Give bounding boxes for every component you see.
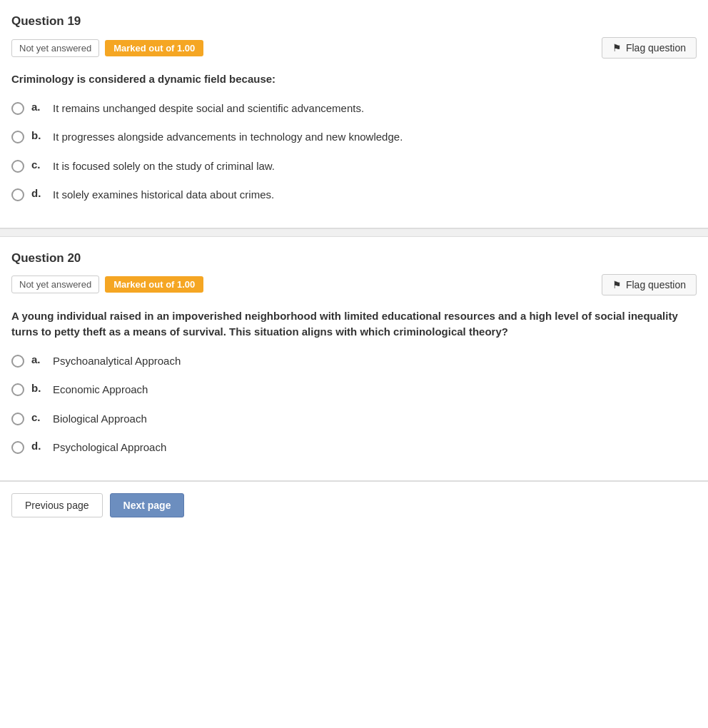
question-20-body: A young individual raised in an impoveri… xyxy=(11,308,697,456)
flag-icon-19: ⚑ xyxy=(612,42,622,54)
option-20-a-radio[interactable] xyxy=(11,355,24,368)
flag-icon-20: ⚑ xyxy=(612,279,622,290)
question-20-title: Question 20 xyxy=(11,251,697,266)
option-20-d-radio[interactable] xyxy=(11,441,24,454)
option-19-d-letter: d. xyxy=(31,187,46,199)
list-item[interactable]: b. It progresses alongside advancements … xyxy=(11,129,697,146)
list-item[interactable]: c. Biological Approach xyxy=(11,411,697,428)
list-item[interactable]: d. Psychological Approach xyxy=(11,440,697,456)
option-20-c-radio[interactable] xyxy=(11,413,24,425)
question-20-meta: Not yet answered Marked out of 1.00 ⚑ Fl… xyxy=(11,274,697,295)
option-19-a-letter: a. xyxy=(31,101,46,113)
option-19-c-text: It is focused solely on the study of cri… xyxy=(53,158,275,175)
option-19-b-text: It progresses alongside advancements in … xyxy=(53,129,403,146)
next-page-button[interactable]: Next page xyxy=(110,493,185,517)
question-19-meta-left: Not yet answered Marked out of 1.00 xyxy=(11,39,203,57)
option-20-d-letter: d. xyxy=(31,440,46,452)
flag-question-19-button[interactable]: ⚑ Flag question xyxy=(602,37,697,59)
marked-out-badge-20: Marked out of 1.00 xyxy=(105,276,203,293)
option-19-d-radio[interactable] xyxy=(11,188,24,201)
option-20-a-text: Psychoanalytical Approach xyxy=(53,353,181,370)
list-item[interactable]: a. It remains unchanged despite social a… xyxy=(11,101,697,117)
page-footer: Previous page Next page xyxy=(0,481,708,529)
question-19-meta: Not yet answered Marked out of 1.00 ⚑ Fl… xyxy=(11,37,697,59)
option-20-b-radio[interactable] xyxy=(11,383,24,396)
question-20-meta-left: Not yet answered Marked out of 1.00 xyxy=(11,275,203,293)
option-19-b-radio[interactable] xyxy=(11,131,24,143)
question-19-block: Question 19 Not yet answered Marked out … xyxy=(0,0,708,228)
option-20-c-text: Biological Approach xyxy=(53,411,147,428)
question-20-block: Question 20 Not yet answered Marked out … xyxy=(0,237,708,481)
flag-question-20-button[interactable]: ⚑ Flag question xyxy=(602,274,697,295)
question-19-body: Criminology is considered a dynamic fiel… xyxy=(11,71,697,203)
not-yet-answered-badge-20: Not yet answered xyxy=(11,275,99,293)
option-19-a-text: It remains unchanged despite social and … xyxy=(53,101,364,117)
option-19-c-radio[interactable] xyxy=(11,160,24,173)
list-item[interactable]: a. Psychoanalytical Approach xyxy=(11,353,697,370)
option-20-c-letter: c. xyxy=(31,411,46,423)
question-20-text: A young individual raised in an impoveri… xyxy=(11,308,697,340)
flag-label-19: Flag question xyxy=(626,42,686,54)
option-19-a-radio[interactable] xyxy=(11,102,24,115)
option-20-a-letter: a. xyxy=(31,353,46,365)
option-19-c-letter: c. xyxy=(31,158,46,171)
list-item[interactable]: b. Economic Approach xyxy=(11,382,697,398)
previous-page-button[interactable]: Previous page xyxy=(11,493,103,517)
question-19-title: Question 19 xyxy=(11,14,697,29)
marked-out-badge-19: Marked out of 1.00 xyxy=(105,40,203,56)
option-20-d-text: Psychological Approach xyxy=(53,440,166,456)
question-divider xyxy=(0,228,708,237)
list-item[interactable]: d. It solely examines historical data ab… xyxy=(11,187,697,203)
question-20-options: a. Psychoanalytical Approach b. Economic… xyxy=(11,353,697,456)
option-20-b-text: Economic Approach xyxy=(53,382,148,398)
option-19-b-letter: b. xyxy=(31,129,46,141)
not-yet-answered-badge-19: Not yet answered xyxy=(11,39,99,57)
option-20-b-letter: b. xyxy=(31,382,46,394)
flag-label-20: Flag question xyxy=(626,279,686,290)
option-19-d-text: It solely examines historical data about… xyxy=(53,187,274,203)
question-19-options: a. It remains unchanged despite social a… xyxy=(11,101,697,203)
question-19-text: Criminology is considered a dynamic fiel… xyxy=(11,71,697,88)
page-container: Question 19 Not yet answered Marked out … xyxy=(0,0,708,728)
list-item[interactable]: c. It is focused solely on the study of … xyxy=(11,158,697,175)
